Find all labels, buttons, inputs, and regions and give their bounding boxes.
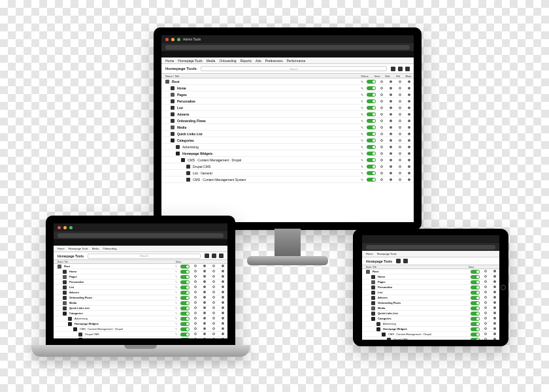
row-action[interactable] <box>395 158 405 162</box>
menu-item[interactable]: Onboarding <box>219 59 236 63</box>
status-toggle[interactable] <box>365 139 377 142</box>
row-action[interactable] <box>191 317 200 320</box>
menu-item[interactable]: Reports <box>241 59 252 63</box>
status-toggle[interactable] <box>179 280 191 284</box>
status-toggle[interactable] <box>179 265 191 269</box>
table-row[interactable]: Media✎ <box>54 301 227 306</box>
status-toggle[interactable] <box>469 312 481 316</box>
row-action[interactable] <box>200 333 209 336</box>
row-action[interactable] <box>395 112 405 116</box>
row-action[interactable] <box>481 338 490 340</box>
col-view[interactable]: View <box>372 74 382 78</box>
settings-icon[interactable] <box>212 253 216 258</box>
status-toggle[interactable] <box>469 296 481 300</box>
row-action[interactable] <box>191 280 200 284</box>
status-toggle[interactable] <box>469 338 481 340</box>
row-action[interactable] <box>377 132 386 136</box>
status-toggle[interactable] <box>179 291 191 295</box>
row-action[interactable] <box>218 301 227 304</box>
settings-icon[interactable] <box>398 67 403 71</box>
row-action[interactable] <box>405 132 414 136</box>
row-action[interactable] <box>377 139 386 142</box>
status-toggle[interactable] <box>365 106 377 110</box>
row-action[interactable] <box>218 265 227 268</box>
edit-icon[interactable]: ✎ <box>359 106 365 110</box>
row-action[interactable] <box>377 80 386 84</box>
row-action[interactable] <box>209 333 218 336</box>
table-row[interactable]: Homepage Widgets✎ <box>161 150 414 157</box>
row-action[interactable] <box>218 317 227 320</box>
row-action[interactable] <box>405 139 414 142</box>
row-action[interactable] <box>377 171 386 175</box>
menu-item[interactable]: Media <box>92 247 99 250</box>
table-row[interactable]: Home <box>362 274 499 280</box>
table-row[interactable]: List · General✎ <box>161 170 414 176</box>
menu-item[interactable]: Performance <box>287 59 306 63</box>
edit-icon[interactable]: ✎ <box>359 178 365 182</box>
status-toggle[interactable] <box>469 275 481 279</box>
row-action[interactable] <box>377 165 386 169</box>
row-action[interactable] <box>481 312 490 315</box>
table-row[interactable]: Onboarding Flows✎ <box>161 118 414 124</box>
status-toggle[interactable] <box>469 280 481 284</box>
row-action[interactable] <box>490 327 499 331</box>
row-action[interactable] <box>218 291 227 294</box>
row-action[interactable] <box>377 99 386 103</box>
row-action[interactable] <box>218 333 227 336</box>
row-action[interactable] <box>209 296 218 299</box>
row-action[interactable] <box>481 286 490 289</box>
col-editcol[interactable]: Edit <box>382 74 393 78</box>
url-input[interactable] <box>165 45 410 50</box>
status-toggle[interactable] <box>469 270 481 274</box>
edit-icon[interactable]: ✎ <box>173 317 179 320</box>
status-toggle[interactable] <box>179 275 191 279</box>
menu-item[interactable]: Homepage Tools <box>377 252 397 255</box>
status-toggle[interactable] <box>365 132 377 136</box>
table-row[interactable]: Adverts✎ <box>54 290 227 295</box>
row-action[interactable] <box>218 270 227 273</box>
row-action[interactable] <box>481 306 490 310</box>
row-action[interactable] <box>481 270 490 273</box>
row-action[interactable] <box>191 322 200 325</box>
table-row[interactable]: Onboarding Flows✎ <box>54 295 227 301</box>
row-action[interactable] <box>405 80 414 84</box>
status-toggle[interactable] <box>179 333 191 336</box>
table-row[interactable]: List✎ <box>54 285 227 290</box>
row-action[interactable] <box>377 125 386 129</box>
edit-icon[interactable]: ✎ <box>173 291 179 294</box>
row-action[interactable] <box>395 145 405 149</box>
row-action[interactable] <box>490 270 499 273</box>
row-action[interactable] <box>377 178 386 182</box>
url-input[interactable] <box>366 245 495 250</box>
row-action[interactable] <box>191 286 200 289</box>
row-action[interactable] <box>481 301 490 304</box>
row-action[interactable] <box>377 93 386 97</box>
row-action[interactable] <box>377 106 386 110</box>
row-action[interactable] <box>200 280 209 284</box>
table-row[interactable]: Advertising✎ <box>54 316 227 321</box>
table-row[interactable]: Homepage Widgets✎ <box>54 321 227 327</box>
table-row[interactable]: Pages <box>362 280 499 285</box>
edit-icon[interactable]: ✎ <box>173 312 179 315</box>
row-action[interactable] <box>218 286 227 289</box>
status-toggle[interactable] <box>365 178 377 182</box>
edit-icon[interactable]: ✎ <box>359 132 365 136</box>
table-row[interactable]: Drupal CMS✎ <box>54 332 227 337</box>
row-action[interactable] <box>377 86 386 90</box>
table-row[interactable]: Quick Links List✎ <box>54 306 227 311</box>
row-action[interactable] <box>209 301 218 304</box>
row-action[interactable] <box>395 178 405 182</box>
menu-item[interactable]: Preferences <box>265 59 283 63</box>
status-toggle[interactable] <box>179 270 191 274</box>
edit-icon[interactable]: ✎ <box>359 86 365 90</box>
export-icon[interactable] <box>391 67 395 71</box>
status-toggle[interactable] <box>179 327 191 331</box>
row-action[interactable] <box>490 312 499 315</box>
table-row[interactable]: Adverts✎ <box>161 111 414 118</box>
menu-item[interactable]: Homepage Tools <box>178 59 202 63</box>
status-toggle[interactable] <box>469 291 481 295</box>
col-status[interactable]: Status <box>358 74 372 78</box>
menu-item[interactable]: Onboarding <box>103 247 117 250</box>
row-action[interactable] <box>209 265 218 268</box>
row-action[interactable] <box>218 327 227 331</box>
